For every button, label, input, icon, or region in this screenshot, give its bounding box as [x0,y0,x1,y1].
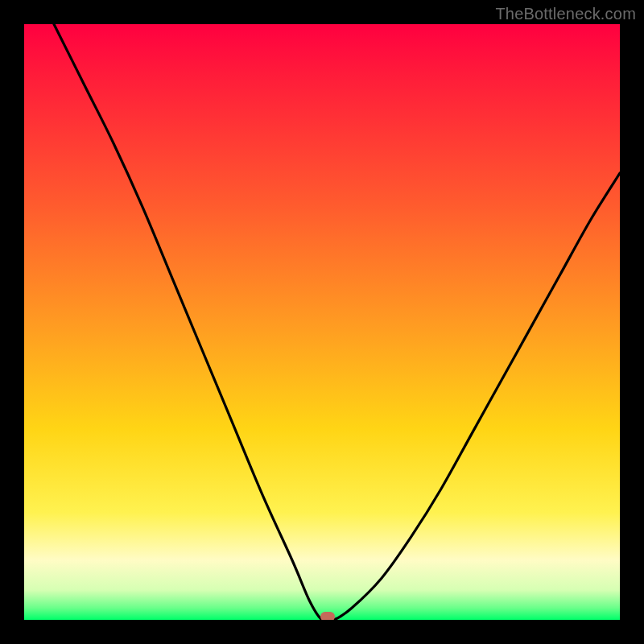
curve-svg [24,24,620,620]
optimal-marker [320,612,335,620]
watermark-text: TheBottleneck.com [495,5,636,23]
chart-frame: TheBottleneck.com [0,0,644,644]
bottleneck-curve [54,24,620,620]
plot-area [24,24,620,620]
